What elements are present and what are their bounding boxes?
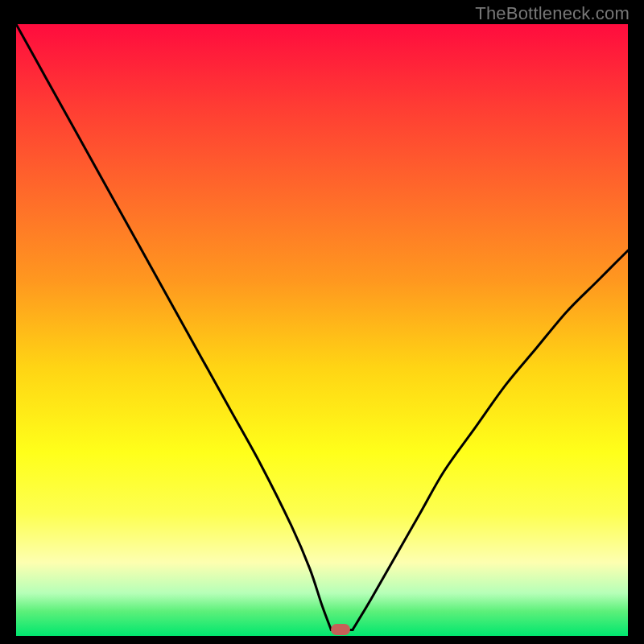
watermark-text: TheBottleneck.com [475, 3, 630, 24]
optimum-marker [331, 624, 350, 635]
chart-frame: TheBottleneck.com [0, 0, 644, 644]
plot-area [16, 24, 628, 636]
bottleneck-curve [16, 24, 628, 636]
